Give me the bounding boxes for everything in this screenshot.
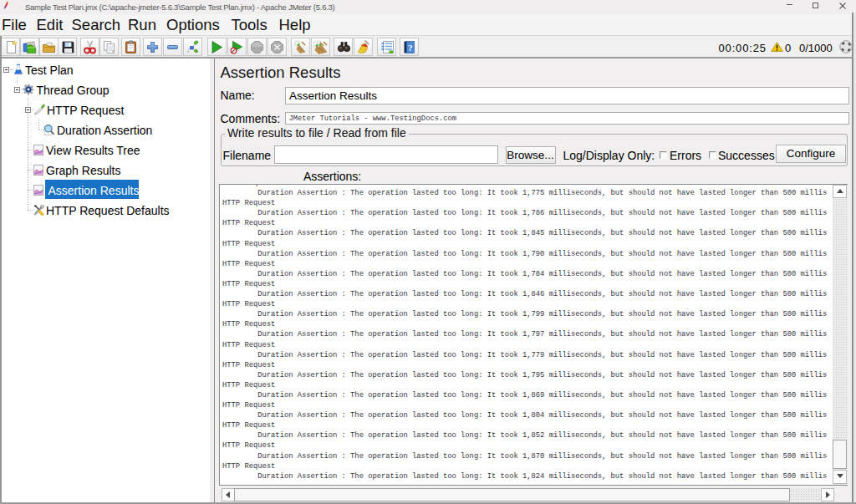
- svg-text:?: ?: [408, 43, 413, 53]
